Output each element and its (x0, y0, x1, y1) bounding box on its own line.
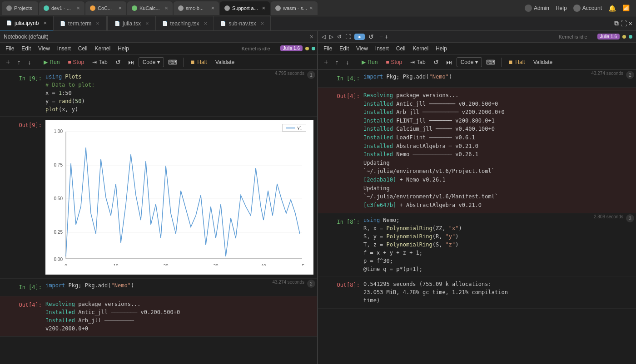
left-add-cell-btn[interactable]: + (3, 57, 13, 68)
right-menu-cell[interactable]: Cell (393, 44, 409, 54)
right-cells-area[interactable]: 43.274 seconds 2 In [4]: import Pkg; Pkg… (318, 70, 636, 364)
left-cells-area[interactable]: 4.795 seconds 1 In [9]: using Plots # Da… (0, 70, 317, 364)
left-move-down-btn[interactable]: ↓ (25, 57, 34, 67)
right-cell-out4: Out[4]: Resolving package versions... In… (318, 88, 636, 213)
right-kernel-status: Kernel is idle (559, 34, 587, 39)
right-nb-nav-back[interactable]: ◁ (322, 34, 326, 40)
cell-out4-left-prompt: Out[4]: (0, 299, 45, 334)
editor-tab-controls: ⧉ ⛶ × (611, 20, 636, 27)
julia-tsx-icon: 📄 (114, 21, 120, 26)
left-tab-btn[interactable]: ⇥ Tab (89, 58, 111, 67)
right-move-up-btn[interactable]: ↑ (332, 57, 342, 67)
tab-term-close[interactable]: × (96, 20, 99, 27)
editor-tab-term-term[interactable]: 📄 term.term × (54, 16, 106, 31)
right-fast-forward-btn[interactable]: ⏭ (443, 57, 456, 67)
left-fast-forward-btn[interactable]: ⏭ (125, 57, 138, 67)
right-menu-bar: File Edit View Insert Cell Kernel Help (318, 43, 636, 54)
right-validate-btn[interactable]: Validate (530, 58, 556, 67)
browser-tab-kucalc[interactable]: KuCalc... × (127, 1, 173, 15)
right-menu-view[interactable]: View (353, 44, 372, 54)
right-menu-file[interactable]: File (320, 44, 336, 54)
tab-coc-close[interactable]: × (118, 5, 122, 11)
right-nb-refresh[interactable]: ↺ (337, 34, 342, 40)
chart-legend: y1 (282, 124, 306, 132)
left-move-up-btn[interactable]: ↑ (14, 57, 24, 67)
right-add-cell-btn[interactable]: + (321, 57, 331, 68)
right-nb-nav-fwd[interactable]: ▷ (329, 34, 333, 40)
chart-legend-label: y1 (297, 125, 302, 130)
right-menu-edit[interactable]: Edit (336, 44, 353, 54)
right-cell-in8-body[interactable]: using Nemo; R, x = PolynomialRing(ZZ, "x… (363, 216, 636, 273)
maximize-icon[interactable]: ⛶ (621, 20, 627, 27)
browser-tab-coc[interactable]: CoC... × (85, 1, 126, 15)
cell-in9-body[interactable]: using Plots # Data to plot: x = 1:50 y =… (45, 73, 317, 113)
right-stop-btn[interactable]: ■ Stop (382, 58, 406, 67)
browser-tab-projects[interactable]: Projects (2, 1, 38, 15)
right-tab-btn[interactable]: ⇥ Tab (407, 58, 429, 67)
browser-tab-wasm[interactable]: wasm - s... × (271, 1, 318, 15)
right-nb-sync[interactable]: ↺ (368, 33, 374, 40)
left-run-btn[interactable]: ▶ Run (40, 58, 63, 67)
tab-smc-close[interactable]: × (211, 5, 214, 11)
right-nb-bookmark[interactable]: ⛶ (345, 34, 351, 40)
right-stop-icon: ■ (386, 59, 389, 65)
tab-julia-ipynb-close[interactable]: × (43, 20, 47, 26)
left-code-dropdown[interactable]: Code ▾ (139, 57, 164, 67)
cell-out9-prompt: Out[9]: (0, 119, 45, 275)
left-menu-insert[interactable]: Insert (54, 44, 75, 54)
browser-account-link[interactable]: Account (573, 5, 602, 12)
left-validate-btn[interactable]: Validate (212, 58, 238, 67)
tab-support-label: Support a... (232, 5, 258, 11)
svg-text:0.00: 0.00 (54, 257, 63, 262)
right-nb-minus[interactable]: − (379, 33, 383, 40)
svg-text:20: 20 (163, 264, 169, 266)
right-menu-kernel[interactable]: Kernel (409, 44, 432, 54)
tab-teaching-tsx-close[interactable]: × (204, 20, 208, 27)
right-refresh-btn[interactable]: ↺ (430, 57, 442, 67)
browser-help-link[interactable]: Help (556, 5, 567, 11)
tab-projects-label: Projects (14, 5, 32, 11)
browser-admin-link[interactable]: Admin (525, 5, 549, 12)
left-menu-cell[interactable]: Cell (75, 44, 91, 54)
right-nb-plus[interactable]: + (385, 33, 388, 40)
left-menu-edit[interactable]: Edit (18, 44, 35, 54)
right-nb-header: ◁ ▷ ↺ ⛶ ● ↺ − + Kernel is idle Julia 1.6 (318, 31, 636, 43)
left-keyboard-icon[interactable]: ⌨ (165, 57, 180, 67)
editor-tab-sub-nav-tsx[interactable]: 📄 sub-nav.tsx × (214, 16, 271, 31)
right-move-down-btn[interactable]: ↓ (343, 57, 352, 67)
right-run-btn[interactable]: ▶ Run (358, 58, 381, 67)
tab-support-close[interactable]: × (262, 5, 265, 11)
left-nb-close[interactable]: × (310, 33, 313, 40)
right-nb-share[interactable]: ● (354, 34, 365, 40)
tab-dev1-close[interactable]: × (76, 5, 80, 11)
right-halt-btn[interactable]: ⏹ Halt (504, 58, 528, 67)
editor-tab-julia-tsx[interactable]: 📄 julia.tsx × (108, 16, 156, 31)
cell-in9: 4.795 seconds 1 In [9]: using Plots # Da… (0, 70, 317, 117)
right-code-dropdown[interactable]: Code ▾ (457, 57, 482, 67)
left-stop-btn[interactable]: ■ Stop (64, 58, 88, 67)
left-menu-help[interactable]: Help (114, 44, 133, 54)
left-refresh-btn[interactable]: ↺ (112, 57, 124, 67)
browser-actions: Admin Help Account 🔔 📶 (525, 5, 634, 12)
right-menu-help[interactable]: Help (432, 44, 451, 54)
tab-kucalc-close[interactable]: × (164, 5, 168, 11)
editor-tab-teaching-tsx[interactable]: 📄 teaching.tsx × (156, 16, 214, 31)
tab-sub-nav-tsx-close[interactable]: × (261, 20, 264, 27)
editor-tab-julia-ipynb[interactable]: 📄 julia.ipynb × (0, 16, 54, 31)
split-view-icon[interactable]: ⧉ (614, 20, 619, 27)
browser-tab-dev1[interactable]: dev1 - ... × (39, 1, 84, 15)
svg-text:50: 50 (302, 264, 304, 266)
left-menu-kernel[interactable]: Kernel (91, 44, 114, 54)
right-pane: ◁ ▷ ↺ ⛶ ● ↺ − + Kernel is idle Julia 1.6… (318, 31, 636, 364)
left-menu-view[interactable]: View (35, 44, 54, 54)
tab-julia-tsx-close[interactable]: × (145, 20, 149, 27)
notifications-icon[interactable]: 🔔 (608, 5, 616, 12)
right-menu-insert[interactable]: Insert (372, 44, 393, 54)
left-menu-file[interactable]: File (2, 44, 18, 54)
browser-tab-smc[interactable]: smc-b... × (174, 1, 219, 15)
browser-tab-support[interactable]: Support a... × (220, 1, 270, 15)
left-halt-btn[interactable]: ⏹ Halt (186, 58, 210, 67)
right-keyboard-icon[interactable]: ⌨ (483, 57, 498, 67)
tab-wasm-close[interactable]: × (309, 5, 313, 11)
close-panel-icon[interactable]: × (629, 20, 632, 27)
